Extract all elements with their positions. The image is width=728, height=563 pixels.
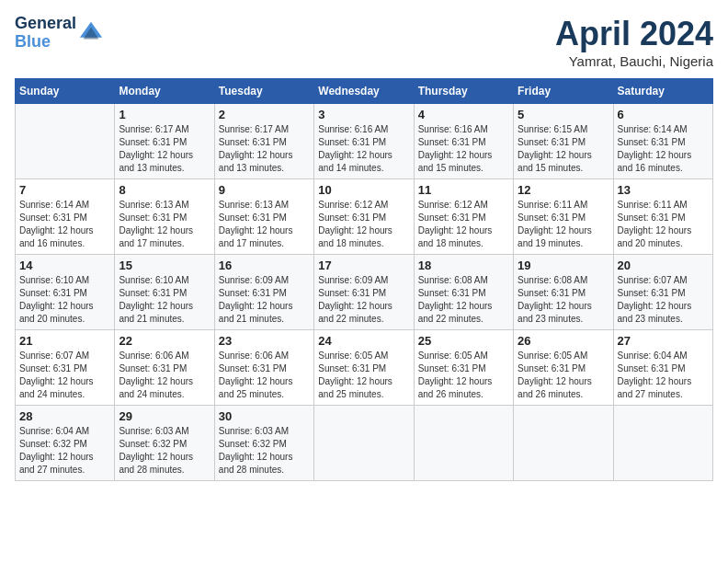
day-info: Sunrise: 6:13 AM Sunset: 6:31 PM Dayligh… xyxy=(119,199,210,250)
day-info: Sunrise: 6:14 AM Sunset: 6:31 PM Dayligh… xyxy=(19,199,110,250)
weekday-thursday: Thursday xyxy=(414,79,513,104)
weekday-saturday: Saturday xyxy=(613,79,712,104)
day-number: 22 xyxy=(119,334,210,348)
calendar-cell: 25Sunrise: 6:05 AM Sunset: 6:31 PM Dayli… xyxy=(414,330,513,406)
day-info: Sunrise: 6:06 AM Sunset: 6:31 PM Dayligh… xyxy=(119,350,210,401)
weekday-friday: Friday xyxy=(514,79,613,104)
day-info: Sunrise: 6:05 AM Sunset: 6:31 PM Dayligh… xyxy=(318,350,409,401)
day-number: 9 xyxy=(219,183,310,197)
month-title: April 2024 xyxy=(555,15,713,53)
calendar-body: 1Sunrise: 6:17 AM Sunset: 6:31 PM Daylig… xyxy=(16,104,713,481)
day-info: Sunrise: 6:03 AM Sunset: 6:32 PM Dayligh… xyxy=(219,425,310,477)
calendar-cell: 29Sunrise: 6:03 AM Sunset: 6:32 PM Dayli… xyxy=(115,406,214,481)
calendar-cell: 1Sunrise: 6:17 AM Sunset: 6:31 PM Daylig… xyxy=(115,104,214,179)
day-number: 28 xyxy=(19,409,110,423)
day-info: Sunrise: 6:12 AM Sunset: 6:31 PM Dayligh… xyxy=(418,199,509,250)
day-number: 21 xyxy=(19,334,110,348)
calendar-cell: 4Sunrise: 6:16 AM Sunset: 6:31 PM Daylig… xyxy=(414,104,513,179)
calendar-cell: 5Sunrise: 6:15 AM Sunset: 6:31 PM Daylig… xyxy=(514,104,613,179)
weekday-header-row: SundayMondayTuesdayWednesdayThursdayFrid… xyxy=(16,79,713,104)
day-info: Sunrise: 6:15 AM Sunset: 6:31 PM Dayligh… xyxy=(518,123,609,175)
subtitle: Yamrat, Bauchi, Nigeria xyxy=(555,53,713,69)
calendar-cell: 14Sunrise: 6:10 AM Sunset: 6:31 PM Dayli… xyxy=(16,255,115,330)
day-info: Sunrise: 6:10 AM Sunset: 6:31 PM Dayligh… xyxy=(119,274,210,326)
weekday-wednesday: Wednesday xyxy=(314,79,414,104)
calendar-cell xyxy=(314,406,414,481)
day-number: 25 xyxy=(418,334,509,348)
calendar-cell: 17Sunrise: 6:09 AM Sunset: 6:31 PM Dayli… xyxy=(314,255,414,330)
day-info: Sunrise: 6:05 AM Sunset: 6:31 PM Dayligh… xyxy=(418,350,509,401)
day-number: 1 xyxy=(119,108,210,121)
day-number: 10 xyxy=(318,183,409,197)
day-info: Sunrise: 6:11 AM Sunset: 6:31 PM Dayligh… xyxy=(618,199,709,250)
day-number: 6 xyxy=(618,108,709,121)
calendar-cell: 23Sunrise: 6:06 AM Sunset: 6:31 PM Dayli… xyxy=(214,330,313,406)
day-number: 23 xyxy=(219,334,310,348)
calendar-table: SundayMondayTuesdayWednesdayThursdayFrid… xyxy=(15,78,713,481)
calendar-cell: 24Sunrise: 6:05 AM Sunset: 6:31 PM Dayli… xyxy=(314,330,414,406)
day-number: 18 xyxy=(418,259,509,272)
day-number: 15 xyxy=(119,259,210,272)
calendar-cell xyxy=(414,406,513,481)
day-number: 16 xyxy=(219,259,310,272)
day-info: Sunrise: 6:17 AM Sunset: 6:31 PM Dayligh… xyxy=(119,123,210,175)
day-number: 12 xyxy=(518,183,609,197)
day-info: Sunrise: 6:16 AM Sunset: 6:31 PM Dayligh… xyxy=(418,123,509,175)
day-info: Sunrise: 6:10 AM Sunset: 6:31 PM Dayligh… xyxy=(19,274,110,326)
day-info: Sunrise: 6:04 AM Sunset: 6:31 PM Dayligh… xyxy=(618,350,709,401)
day-info: Sunrise: 6:11 AM Sunset: 6:31 PM Dayligh… xyxy=(518,199,609,250)
day-number: 19 xyxy=(518,259,609,272)
day-info: Sunrise: 6:12 AM Sunset: 6:31 PM Dayligh… xyxy=(318,199,409,250)
day-info: Sunrise: 6:08 AM Sunset: 6:31 PM Dayligh… xyxy=(518,274,609,326)
day-number: 8 xyxy=(119,183,210,197)
weekday-monday: Monday xyxy=(115,79,214,104)
logo-text: GeneralBlue xyxy=(15,15,76,52)
calendar-cell: 26Sunrise: 6:05 AM Sunset: 6:31 PM Dayli… xyxy=(514,330,613,406)
week-row-5: 28Sunrise: 6:04 AM Sunset: 6:32 PM Dayli… xyxy=(16,406,713,481)
calendar-cell xyxy=(514,406,613,481)
calendar-cell: 18Sunrise: 6:08 AM Sunset: 6:31 PM Dayli… xyxy=(414,255,513,330)
calendar-cell: 2Sunrise: 6:17 AM Sunset: 6:31 PM Daylig… xyxy=(214,104,313,179)
calendar-cell: 19Sunrise: 6:08 AM Sunset: 6:31 PM Dayli… xyxy=(514,255,613,330)
calendar-cell: 20Sunrise: 6:07 AM Sunset: 6:31 PM Dayli… xyxy=(613,255,712,330)
day-number: 26 xyxy=(518,334,609,348)
calendar-cell: 12Sunrise: 6:11 AM Sunset: 6:31 PM Dayli… xyxy=(514,179,613,255)
day-number: 24 xyxy=(318,334,409,348)
day-info: Sunrise: 6:09 AM Sunset: 6:31 PM Dayligh… xyxy=(318,274,409,326)
logo-icon xyxy=(78,20,104,46)
calendar-cell: 30Sunrise: 6:03 AM Sunset: 6:32 PM Dayli… xyxy=(214,406,313,481)
week-row-4: 21Sunrise: 6:07 AM Sunset: 6:31 PM Dayli… xyxy=(16,330,713,406)
calendar-cell: 21Sunrise: 6:07 AM Sunset: 6:31 PM Dayli… xyxy=(16,330,115,406)
calendar-cell: 10Sunrise: 6:12 AM Sunset: 6:31 PM Dayli… xyxy=(314,179,414,255)
day-number: 30 xyxy=(219,409,310,423)
day-number: 7 xyxy=(19,183,110,197)
calendar-cell: 28Sunrise: 6:04 AM Sunset: 6:32 PM Dayli… xyxy=(16,406,115,481)
day-info: Sunrise: 6:05 AM Sunset: 6:31 PM Dayligh… xyxy=(518,350,609,401)
calendar-cell: 13Sunrise: 6:11 AM Sunset: 6:31 PM Dayli… xyxy=(613,179,712,255)
day-info: Sunrise: 6:14 AM Sunset: 6:31 PM Dayligh… xyxy=(618,123,709,175)
day-info: Sunrise: 6:07 AM Sunset: 6:31 PM Dayligh… xyxy=(19,350,110,401)
calendar-cell: 8Sunrise: 6:13 AM Sunset: 6:31 PM Daylig… xyxy=(115,179,214,255)
calendar-cell: 27Sunrise: 6:04 AM Sunset: 6:31 PM Dayli… xyxy=(613,330,712,406)
calendar-cell: 22Sunrise: 6:06 AM Sunset: 6:31 PM Dayli… xyxy=(115,330,214,406)
day-number: 5 xyxy=(518,108,609,121)
weekday-tuesday: Tuesday xyxy=(214,79,313,104)
title-block: April 2024 Yamrat, Bauchi, Nigeria xyxy=(555,15,713,69)
day-number: 17 xyxy=(318,259,409,272)
calendar-cell: 16Sunrise: 6:09 AM Sunset: 6:31 PM Dayli… xyxy=(214,255,313,330)
day-info: Sunrise: 6:06 AM Sunset: 6:31 PM Dayligh… xyxy=(219,350,310,401)
calendar-cell: 15Sunrise: 6:10 AM Sunset: 6:31 PM Dayli… xyxy=(115,255,214,330)
day-number: 3 xyxy=(318,108,409,121)
day-info: Sunrise: 6:03 AM Sunset: 6:32 PM Dayligh… xyxy=(119,425,210,477)
day-number: 14 xyxy=(19,259,110,272)
calendar-cell: 3Sunrise: 6:16 AM Sunset: 6:31 PM Daylig… xyxy=(314,104,414,179)
day-info: Sunrise: 6:17 AM Sunset: 6:31 PM Dayligh… xyxy=(219,123,310,175)
day-number: 13 xyxy=(618,183,709,197)
day-info: Sunrise: 6:04 AM Sunset: 6:32 PM Dayligh… xyxy=(19,425,110,477)
day-info: Sunrise: 6:09 AM Sunset: 6:31 PM Dayligh… xyxy=(219,274,310,326)
calendar-cell: 11Sunrise: 6:12 AM Sunset: 6:31 PM Dayli… xyxy=(414,179,513,255)
day-number: 2 xyxy=(219,108,310,121)
day-info: Sunrise: 6:13 AM Sunset: 6:31 PM Dayligh… xyxy=(219,199,310,250)
day-info: Sunrise: 6:08 AM Sunset: 6:31 PM Dayligh… xyxy=(418,274,509,326)
calendar-cell xyxy=(613,406,712,481)
